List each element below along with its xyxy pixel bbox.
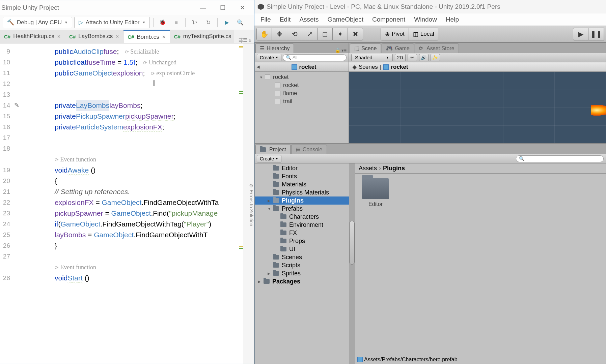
menu-edit[interactable]: Edit bbox=[278, 14, 293, 25]
close-tab-icon[interactable]: ✕ bbox=[57, 34, 61, 39]
hierarchy-item[interactable]: flame bbox=[255, 89, 349, 97]
tree-row[interactable]: Props bbox=[255, 237, 355, 245]
tab-overflow[interactable]: ⇶☰ 6 bbox=[239, 37, 254, 43]
scene-breadcrumb[interactable]: ◆ Scenes | rocket bbox=[349, 62, 606, 72]
debug-icon[interactable]: 🐞 bbox=[157, 17, 168, 28]
scrollbar-thumb[interactable] bbox=[349, 221, 355, 265]
hand-tool-icon[interactable]: ✋ bbox=[256, 28, 272, 40]
close-tab-icon[interactable]: ✕ bbox=[115, 34, 119, 39]
shading-mode-dropdown[interactable]: Shaded▼ bbox=[351, 54, 393, 61]
menu-component[interactable]: Component bbox=[370, 14, 407, 25]
attach-selector[interactable]: ▷ Attach to Unity Editor ▼ bbox=[74, 17, 150, 28]
tree-row[interactable]: ▼Prefabs bbox=[255, 205, 355, 213]
tree-row[interactable]: UI bbox=[255, 245, 355, 253]
file-tab-healthpickup[interactable]: C# HealthPickup.cs ✕ bbox=[0, 30, 65, 43]
pivot-button[interactable]: ⊕Pivot bbox=[381, 28, 409, 40]
scene-viewport[interactable] bbox=[349, 72, 606, 143]
menu-gameobject[interactable]: GameObject bbox=[325, 14, 365, 25]
project-create-button[interactable]: Create ▼ bbox=[257, 155, 281, 162]
hierarchy-scene-root[interactable]: ◀ rocket bbox=[255, 62, 349, 72]
hammer-icon: 🔨 bbox=[7, 19, 14, 26]
gameobject-icon bbox=[275, 83, 280, 88]
tree-row[interactable]: Characters bbox=[255, 213, 355, 221]
local-button[interactable]: ◫Local bbox=[409, 28, 439, 40]
tree-row[interactable]: ▶Plugins bbox=[255, 196, 355, 205]
move-tool-icon[interactable]: ✥ bbox=[272, 28, 287, 40]
run-icon[interactable]: ▶ bbox=[221, 17, 232, 28]
pause-button[interactable]: ❚❚ bbox=[588, 28, 604, 40]
fx-icon[interactable]: ✨ bbox=[431, 54, 440, 61]
lighting-icon[interactable]: ☀ bbox=[408, 54, 417, 61]
hierarchy-item[interactable]: ▼rocket bbox=[255, 73, 349, 81]
project-breadcrumb[interactable]: Assets › Plugins bbox=[355, 163, 606, 174]
project-footer-path[interactable]: Assets/Prefabs/Characters/hero.prefab bbox=[355, 355, 606, 364]
hierarchy-list[interactable]: ▼rocketrocketflametrail bbox=[255, 72, 349, 143]
panel-options[interactable]: 🔒 ▾≡ bbox=[333, 48, 349, 53]
prefab-icon bbox=[292, 64, 297, 70]
ide-body: 910111213141516171819202122232425262728 … bbox=[0, 43, 254, 364]
branch-icon[interactable]: ⤵▼ bbox=[189, 17, 200, 28]
hierarchy-item[interactable]: trail bbox=[255, 97, 349, 105]
tree-row[interactable]: Scripts bbox=[255, 261, 355, 269]
tab-game[interactable]: 🎮Game bbox=[382, 43, 414, 53]
tab-hierarchy[interactable]: ☰Hierarchy bbox=[255, 43, 294, 53]
close-tab-icon[interactable]: ✕ bbox=[162, 34, 166, 39]
tree-row[interactable]: FX bbox=[255, 229, 355, 237]
hierarchy-create-button[interactable]: Create ▼ bbox=[257, 54, 281, 61]
asset-tile-editor[interactable]: Editor bbox=[360, 178, 391, 207]
play-button[interactable]: ▶ bbox=[573, 28, 588, 40]
tree-row[interactable]: ▶Sprites bbox=[255, 269, 355, 277]
menu-assets[interactable]: Assets bbox=[297, 14, 321, 25]
folder-icon bbox=[273, 182, 279, 187]
hierarchy-item[interactable]: rocket bbox=[255, 81, 349, 89]
ide-titlebar[interactable]: Simple Unity Project — ☐ ✕ bbox=[0, 0, 254, 15]
file-tab-mytestingsprite[interactable]: C# myTestingSprite.cs bbox=[170, 30, 234, 43]
flame-sprite[interactable] bbox=[591, 105, 606, 116]
file-tab-laybombs[interactable]: C# LayBombs.cs ✕ bbox=[65, 30, 123, 43]
code-editor[interactable]: public AudioClip fuse; ⟳ Serializablepub… bbox=[36, 43, 239, 364]
menu-help[interactable]: Help bbox=[444, 14, 461, 25]
config-selector[interactable]: 🔨 Debug | Any CPU ▼ bbox=[3, 17, 72, 28]
tab-asset-store[interactable]: 🛍Asset Store bbox=[415, 43, 459, 53]
chevron-left-icon[interactable]: ◀ bbox=[257, 65, 259, 69]
close-button[interactable]: ✕ bbox=[232, 0, 252, 15]
icon-gutter: ✎ bbox=[12, 43, 36, 364]
scale-tool-icon[interactable]: ⤢ bbox=[302, 28, 318, 40]
audio-icon[interactable]: 🔊 bbox=[419, 54, 429, 61]
tab-scene[interactable]: ⬚Scene bbox=[350, 43, 381, 53]
asset-grid[interactable]: Editor bbox=[355, 174, 606, 355]
menu-file[interactable]: File bbox=[258, 14, 273, 25]
transform-tool-icon[interactable]: ✦ bbox=[332, 28, 348, 40]
project-search[interactable]: 🔍 bbox=[516, 155, 604, 162]
search-icon[interactable]: 🔍 bbox=[235, 17, 246, 28]
scrollbar[interactable] bbox=[349, 163, 355, 364]
tree-row[interactable]: Editor bbox=[255, 164, 355, 172]
hierarchy-search[interactable]: 🔍All bbox=[283, 54, 347, 61]
marker-strip[interactable] bbox=[239, 43, 243, 364]
unity-titlebar[interactable]: Simple Unity Project - Level - PC, Mac &… bbox=[254, 0, 606, 13]
errors-panel-tab[interactable]: ⊘Errors In Solution bbox=[249, 184, 254, 226]
refresh-icon[interactable]: ↻ bbox=[202, 17, 214, 28]
rect-tool-icon[interactable]: ◻ bbox=[317, 28, 333, 40]
tree-row[interactable]: Fonts bbox=[255, 172, 355, 180]
rotate-tool-icon[interactable]: ⟲ bbox=[287, 28, 302, 40]
unity-window: Simple Unity Project - Level - PC, Mac &… bbox=[254, 0, 606, 364]
stop-icon[interactable]: ■ bbox=[170, 17, 182, 28]
tree-row[interactable]: Materials bbox=[255, 180, 355, 188]
menu-window[interactable]: Window bbox=[412, 14, 439, 25]
tab-console[interactable]: ▤Console bbox=[291, 145, 327, 154]
tab-project[interactable]: Project bbox=[255, 145, 291, 154]
tree-row[interactable]: Environment bbox=[255, 221, 355, 229]
2d-toggle[interactable]: 2D bbox=[395, 54, 406, 61]
project-tree[interactable]: EditorFontsMaterialsPhysics Materials▶Pl… bbox=[255, 163, 355, 364]
tree-row[interactable]: Scenes bbox=[255, 253, 355, 261]
pivot-icon: ⊕ bbox=[385, 31, 390, 38]
folder-icon bbox=[273, 198, 279, 203]
tree-row[interactable]: ▶Packages bbox=[255, 277, 355, 285]
custom-tool-icon[interactable]: ✖ bbox=[348, 28, 363, 40]
file-tab-bomb[interactable]: C# Bomb.cs ✕ bbox=[123, 30, 170, 43]
tree-row[interactable]: Physics Materials bbox=[255, 188, 355, 196]
hierarchy-panel: ☰Hierarchy 🔒 ▾≡ Create ▼ 🔍All ◀ rocket ▼… bbox=[254, 42, 349, 144]
maximize-button[interactable]: ☐ bbox=[213, 0, 232, 15]
minimize-button[interactable]: — bbox=[193, 0, 213, 15]
